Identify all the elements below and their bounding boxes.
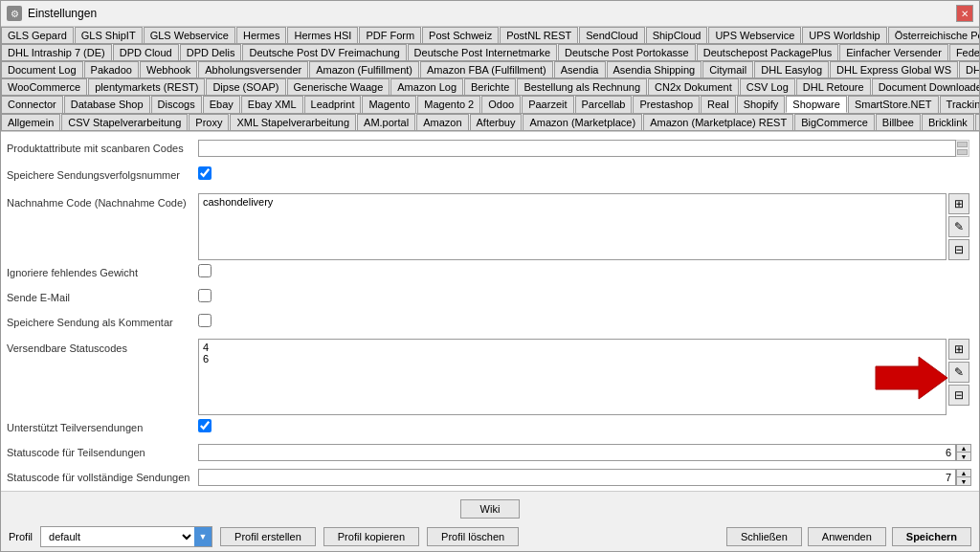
tab-connector[interactable]: Connector — [1, 96, 63, 113]
statuscode-voll-down[interactable]: ▼ — [956, 477, 971, 486]
profil-erstellen-button[interactable]: Profil erstellen — [220, 527, 316, 546]
tab-einfacher-versender[interactable]: Einfacher Versender — [839, 44, 948, 60]
profil-select[interactable]: default — [41, 528, 194, 545]
tab-citymail[interactable]: Citymail — [702, 61, 753, 77]
versendbare-delete-btn[interactable]: ⊟ — [948, 385, 969, 406]
anwenden-button[interactable]: Anwenden — [808, 527, 886, 546]
tab-real[interactable]: Real — [701, 96, 736, 113]
tab-magento2[interactable]: Magento 2 — [417, 96, 480, 113]
tab-gls-shipit[interactable]: GLS ShipIT — [75, 27, 143, 43]
tab-deutsche-post-internet[interactable]: Deutsche Post Internetmarke — [408, 44, 557, 60]
tab-document-downloader[interactable]: Document Downloader — [872, 78, 979, 95]
tab-allgemein[interactable]: Allgemein — [1, 114, 60, 130]
tab-am-portal[interactable]: AM.portal — [357, 114, 415, 130]
tab-dhl-express-global[interactable]: DHL Express Global WS — [830, 61, 958, 77]
profil-loeschen-button[interactable]: Profil löschen — [427, 527, 519, 546]
tab-deutsche-post-porto[interactable]: Deutsche Post Portokasse — [558, 44, 696, 60]
tab-dhl-intraship[interactable]: DHL Intraship 7 (DE) — [1, 44, 112, 60]
tab-amazon-fba[interactable]: Amazon FBA (Fulfillment) — [420, 61, 553, 77]
sendungsverfolgung-checkbox[interactable] — [198, 166, 212, 180]
nachnahme-textarea[interactable]: cashondelivery — [198, 193, 947, 260]
tab-shipcloud[interactable]: ShipCloud — [646, 27, 708, 43]
ignoriere-checkbox[interactable] — [198, 264, 212, 277]
tab-dpd-cloud[interactable]: DPD Cloud — [113, 44, 179, 60]
tab-xml-stapel[interactable]: XML Stapelverarbeitung — [230, 114, 356, 130]
tab-trackingportal[interactable]: Trackingportal — [940, 96, 979, 113]
tab-ebay[interactable]: Ebay — [203, 96, 240, 113]
statuscode-voll-input[interactable] — [198, 469, 956, 486]
statuscode-teil-input[interactable] — [198, 444, 956, 461]
produktattribute-input[interactable] — [198, 140, 956, 157]
versendbare-edit-btn[interactable]: ✎ — [948, 362, 969, 383]
tab-ups-webservice[interactable]: UPS Webservice — [708, 27, 801, 43]
tab-csv-log[interactable]: CSV Log — [740, 78, 795, 95]
scroll-down[interactable] — [957, 149, 968, 155]
tab-ebay-xml[interactable]: Ebay XML — [241, 96, 303, 113]
unterstuetzt-checkbox[interactable] — [198, 419, 212, 432]
tab-fedex-webservice[interactable]: Fedex Webservice — [949, 44, 979, 60]
tab-bigcommerce[interactable]: BigCommerce — [794, 114, 875, 130]
tab-pdf-form[interactable]: PDF Form — [359, 27, 421, 43]
tab-database-shop[interactable]: Database Shop — [64, 96, 150, 113]
sende-email-checkbox[interactable] — [198, 289, 212, 302]
tab-webhook[interactable]: Webhook — [140, 61, 197, 77]
tab-billbee[interactable]: Billbee — [876, 114, 921, 130]
tab-gls-gepard[interactable]: GLS Gepard — [1, 27, 74, 43]
profil-kopieren-button[interactable]: Profil kopieren — [323, 527, 419, 546]
tab-smartstore[interactable]: SmartStore.NET — [848, 96, 939, 113]
tab-abholungsversender[interactable]: Abholungsversender — [198, 61, 308, 77]
speichere-kommentar-checkbox[interactable] — [198, 314, 212, 327]
wiki-button[interactable]: Wiki — [460, 499, 521, 519]
tab-odoo[interactable]: Odoo — [481, 96, 521, 113]
nachnahme-edit-btn[interactable]: ✎ — [948, 216, 969, 237]
tab-shopware[interactable]: Shopware — [786, 96, 847, 113]
tab-post-schweiz[interactable]: Post Schweiz — [422, 27, 499, 43]
tab-dhl-retoure[interactable]: DHL Retoure — [796, 78, 871, 95]
tab-proxy[interactable]: Proxy — [189, 114, 229, 130]
tab-prestashop[interactable]: Prestashop — [633, 96, 700, 113]
versendbare-add-btn[interactable]: ⊞ — [948, 339, 969, 360]
tab-bricklink[interactable]: Bricklink — [922, 114, 974, 130]
tab-parcellab[interactable]: Parcellab — [575, 96, 633, 113]
tab-leadprint[interactable]: Leadprint — [304, 96, 362, 113]
tab-amazon-log[interactable]: Amazon Log — [390, 78, 463, 95]
tab-generische-waage[interactable]: Generische Waage — [287, 78, 390, 95]
tab-postnl-rest[interactable]: PostNL REST — [500, 27, 578, 43]
tab-document-log[interactable]: Document Log — [1, 61, 83, 77]
tab-gls-webservice[interactable]: GLS Webservice — [144, 27, 235, 43]
close-button[interactable]: ✕ — [956, 5, 973, 22]
scroll-up[interactable] — [957, 142, 968, 147]
schliessen-button[interactable]: Schließen — [726, 527, 802, 546]
tab-dpd-delis[interactable]: DPD Delis — [180, 44, 242, 60]
tab-amazon[interactable]: Amazon — [416, 114, 468, 130]
profil-dropdown-btn[interactable]: ▼ — [194, 527, 212, 546]
tab-paarzeit[interactable]: Paarzeit — [522, 96, 573, 113]
tab-deutschepost-package[interactable]: Deutschepost PackagePlus — [697, 44, 839, 60]
tab-pakadoo[interactable]: Pakadoo — [84, 61, 139, 77]
tab-ups-worldship[interactable]: UPS Worldship — [802, 27, 886, 43]
tab-amazon-fulfillment[interactable]: Amazon (Fulfillment) — [309, 61, 419, 77]
tab-bestellung-rechnung[interactable]: Bestellung als Rechnung — [517, 78, 647, 95]
statuscode-teil-up[interactable]: ▲ — [956, 444, 971, 453]
tab-asendia-shipping[interactable]: Asendia Shipping — [607, 61, 702, 77]
statuscode-voll-up[interactable]: ▲ — [956, 469, 971, 477]
tab-discogs[interactable]: Discogs — [151, 96, 202, 113]
tab-brickowi[interactable]: Brickowi — [975, 114, 979, 130]
tab-amazon-marketplace[interactable]: Amazon (Marketplace) — [523, 114, 642, 130]
tab-hermes[interactable]: Hermes — [236, 27, 287, 43]
tab-dhl-easylog[interactable]: DHL Easylog — [754, 61, 829, 77]
tab-sendcloud[interactable]: SendCloud — [579, 27, 644, 43]
statuscode-teil-down[interactable]: ▼ — [956, 453, 971, 461]
tab-magento[interactable]: Magento — [362, 96, 416, 113]
tab-shopify[interactable]: Shopify — [737, 96, 786, 113]
tab-hermes-hsi[interactable]: Hermes HSI — [287, 27, 358, 43]
nachnahme-add-btn[interactable]: ⊞ — [948, 193, 969, 214]
tab-woocommerce[interactable]: WooCommerce — [1, 78, 87, 95]
tab-berichte[interactable]: Berichte — [464, 78, 516, 95]
tab-amazon-marketplace-rest[interactable]: Amazon (Marketplace) REST — [643, 114, 793, 130]
tab-cn2x-dokument[interactable]: CN2x Dokument — [648, 78, 739, 95]
tab-afterbuy[interactable]: Afterbuy — [470, 114, 523, 130]
nachnahme-delete-btn[interactable]: ⊟ — [948, 239, 969, 260]
tab-osterreichische-post[interactable]: Österreichische Post — [888, 27, 979, 43]
tab-deutsche-post-dv[interactable]: Deutsche Post DV Freimachung — [242, 44, 406, 60]
